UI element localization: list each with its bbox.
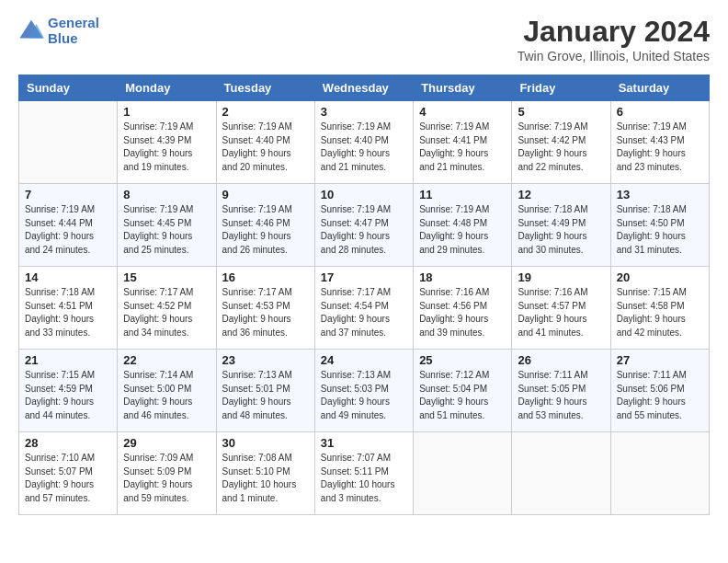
day-info: Sunrise: 7:14 AMSunset: 5:00 PMDaylight:…	[123, 369, 210, 422]
day-number: 15	[123, 270, 210, 284]
day-info: Sunrise: 7:19 AMSunset: 4:44 PMDaylight:…	[25, 203, 111, 257]
calendar-cell	[19, 101, 118, 184]
day-number: 27	[617, 353, 703, 367]
day-info: Sunrise: 7:13 AMSunset: 5:03 PMDaylight:…	[321, 369, 407, 422]
calendar-cell: 7Sunrise: 7:19 AMSunset: 4:44 PMDaylight…	[19, 184, 118, 267]
day-number: 26	[518, 353, 604, 367]
calendar-cell: 25Sunrise: 7:12 AMSunset: 5:04 PMDayligh…	[414, 350, 512, 432]
day-number: 28	[25, 436, 111, 450]
calendar-cell: 2Sunrise: 7:19 AMSunset: 4:40 PMDaylight…	[216, 101, 314, 184]
calendar-cell: 16Sunrise: 7:17 AMSunset: 4:53 PMDayligh…	[216, 267, 314, 350]
day-info: Sunrise: 7:15 AMSunset: 4:58 PMDaylight:…	[617, 286, 703, 339]
header-sunday: Sunday	[19, 75, 118, 101]
day-number: 1	[123, 105, 210, 119]
day-info: Sunrise: 7:19 AMSunset: 4:40 PMDaylight:…	[321, 121, 407, 174]
day-info: Sunrise: 7:08 AMSunset: 5:10 PMDaylight:…	[222, 452, 309, 505]
week-row-3: 14Sunrise: 7:18 AMSunset: 4:51 PMDayligh…	[19, 267, 710, 350]
week-row-5: 28Sunrise: 7:10 AMSunset: 5:07 PMDayligh…	[19, 432, 710, 515]
day-number: 17	[321, 270, 407, 284]
day-info: Sunrise: 7:19 AMSunset: 4:46 PMDaylight:…	[222, 203, 309, 257]
calendar-cell: 14Sunrise: 7:18 AMSunset: 4:51 PMDayligh…	[19, 267, 118, 350]
calendar-cell: 10Sunrise: 7:19 AMSunset: 4:47 PMDayligh…	[314, 184, 413, 267]
header-thursday: Thursday	[414, 75, 512, 101]
day-number: 9	[222, 188, 309, 201]
calendar-cell: 3Sunrise: 7:19 AMSunset: 4:40 PMDaylight…	[314, 101, 413, 184]
calendar-cell: 21Sunrise: 7:15 AMSunset: 4:59 PMDayligh…	[19, 350, 118, 432]
day-number: 14	[25, 270, 111, 284]
calendar-cell: 27Sunrise: 7:11 AMSunset: 5:06 PMDayligh…	[610, 350, 709, 432]
day-info: Sunrise: 7:15 AMSunset: 4:59 PMDaylight:…	[25, 369, 111, 422]
day-info: Sunrise: 7:19 AMSunset: 4:42 PMDaylight:…	[518, 121, 604, 174]
logo-text: General Blue	[48, 15, 99, 46]
day-info: Sunrise: 7:16 AMSunset: 4:56 PMDaylight:…	[419, 286, 506, 339]
calendar-cell: 20Sunrise: 7:15 AMSunset: 4:58 PMDayligh…	[610, 267, 709, 350]
day-info: Sunrise: 7:18 AMSunset: 4:50 PMDaylight:…	[617, 203, 703, 257]
day-number: 30	[222, 436, 309, 450]
day-info: Sunrise: 7:19 AMSunset: 4:43 PMDaylight:…	[617, 121, 703, 174]
day-number: 23	[222, 353, 309, 367]
calendar-cell: 11Sunrise: 7:19 AMSunset: 4:48 PMDayligh…	[414, 184, 512, 267]
calendar-cell: 12Sunrise: 7:18 AMSunset: 4:49 PMDayligh…	[512, 184, 610, 267]
header: General Blue January 2024 Twin Grove, Il…	[18, 15, 710, 63]
day-number: 2	[222, 105, 309, 119]
header-saturday: Saturday	[610, 75, 709, 101]
day-number: 24	[321, 353, 407, 367]
calendar-cell: 4Sunrise: 7:19 AMSunset: 4:41 PMDaylight…	[414, 101, 512, 184]
calendar-cell: 29Sunrise: 7:09 AMSunset: 5:09 PMDayligh…	[118, 432, 216, 515]
day-info: Sunrise: 7:19 AMSunset: 4:47 PMDaylight:…	[321, 203, 407, 257]
header-wednesday: Wednesday	[314, 75, 413, 101]
calendar-cell: 15Sunrise: 7:17 AMSunset: 4:52 PMDayligh…	[118, 267, 216, 350]
subtitle: Twin Grove, Illinois, United States	[518, 49, 710, 63]
day-info: Sunrise: 7:12 AMSunset: 5:04 PMDaylight:…	[419, 369, 506, 422]
calendar-cell: 18Sunrise: 7:16 AMSunset: 4:56 PMDayligh…	[414, 267, 512, 350]
header-friday: Friday	[512, 75, 610, 101]
day-number: 5	[518, 105, 604, 119]
calendar-cell: 6Sunrise: 7:19 AMSunset: 4:43 PMDaylight…	[610, 101, 709, 184]
day-number: 18	[419, 270, 506, 284]
day-number: 4	[419, 105, 506, 119]
logo: General Blue	[18, 15, 99, 46]
calendar-cell: 13Sunrise: 7:18 AMSunset: 4:50 PMDayligh…	[610, 184, 709, 267]
calendar-cell: 23Sunrise: 7:13 AMSunset: 5:01 PMDayligh…	[216, 350, 314, 432]
calendar-cell: 17Sunrise: 7:17 AMSunset: 4:54 PMDayligh…	[314, 267, 413, 350]
calendar-cell: 8Sunrise: 7:19 AMSunset: 4:45 PMDaylight…	[118, 184, 216, 267]
day-info: Sunrise: 7:19 AMSunset: 4:40 PMDaylight:…	[222, 121, 309, 174]
day-number: 8	[123, 188, 210, 201]
day-info: Sunrise: 7:10 AMSunset: 5:07 PMDaylight:…	[25, 452, 111, 505]
main-title: January 2024	[518, 15, 710, 49]
day-info: Sunrise: 7:07 AMSunset: 5:11 PMDaylight:…	[321, 452, 407, 505]
day-info: Sunrise: 7:13 AMSunset: 5:01 PMDaylight:…	[222, 369, 309, 422]
day-number: 13	[617, 188, 703, 201]
week-row-1: 1Sunrise: 7:19 AMSunset: 4:39 PMDaylight…	[19, 101, 710, 184]
day-number: 22	[123, 353, 210, 367]
calendar-cell: 1Sunrise: 7:19 AMSunset: 4:39 PMDaylight…	[118, 101, 216, 184]
calendar-cell: 31Sunrise: 7:07 AMSunset: 5:11 PMDayligh…	[314, 432, 413, 515]
day-number: 6	[617, 105, 703, 119]
day-number: 19	[518, 270, 604, 284]
day-info: Sunrise: 7:17 AMSunset: 4:54 PMDaylight:…	[321, 286, 407, 339]
calendar-cell: 24Sunrise: 7:13 AMSunset: 5:03 PMDayligh…	[314, 350, 413, 432]
day-info: Sunrise: 7:18 AMSunset: 4:51 PMDaylight:…	[25, 286, 111, 339]
day-number: 10	[321, 188, 407, 201]
day-info: Sunrise: 7:17 AMSunset: 4:52 PMDaylight:…	[123, 286, 210, 339]
day-info: Sunrise: 7:16 AMSunset: 4:57 PMDaylight:…	[518, 286, 604, 339]
day-number: 21	[25, 353, 111, 367]
title-area: January 2024 Twin Grove, Illinois, Unite…	[518, 15, 710, 63]
calendar-cell: 5Sunrise: 7:19 AMSunset: 4:42 PMDaylight…	[512, 101, 610, 184]
day-info: Sunrise: 7:19 AMSunset: 4:45 PMDaylight:…	[123, 203, 210, 257]
week-row-4: 21Sunrise: 7:15 AMSunset: 4:59 PMDayligh…	[19, 350, 710, 432]
week-row-2: 7Sunrise: 7:19 AMSunset: 4:44 PMDaylight…	[19, 184, 710, 267]
day-number: 31	[321, 436, 407, 450]
calendar-cell: 22Sunrise: 7:14 AMSunset: 5:00 PMDayligh…	[118, 350, 216, 432]
calendar-cell: 19Sunrise: 7:16 AMSunset: 4:57 PMDayligh…	[512, 267, 610, 350]
day-number: 12	[518, 188, 604, 201]
day-info: Sunrise: 7:11 AMSunset: 5:05 PMDaylight:…	[518, 369, 604, 422]
calendar-cell	[512, 432, 610, 515]
header-tuesday: Tuesday	[216, 75, 314, 101]
day-number: 3	[321, 105, 407, 119]
day-info: Sunrise: 7:17 AMSunset: 4:53 PMDaylight:…	[222, 286, 309, 339]
day-number: 20	[617, 270, 703, 284]
calendar-cell: 30Sunrise: 7:08 AMSunset: 5:10 PMDayligh…	[216, 432, 314, 515]
calendar-cell	[610, 432, 709, 515]
day-number: 29	[123, 436, 210, 450]
